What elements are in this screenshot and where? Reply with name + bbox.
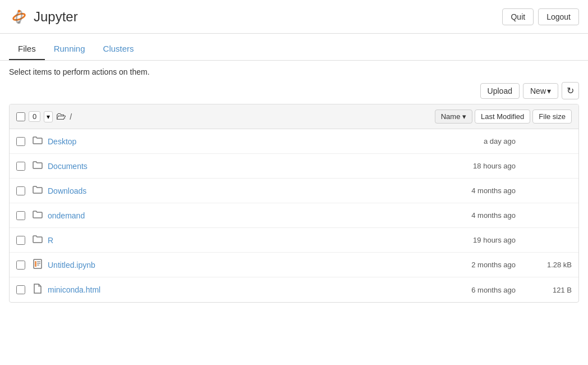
file-name-link[interactable]: Untitled.ipynb [48, 261, 415, 270]
file-modified: 4 months ago [415, 211, 527, 220]
refresh-button[interactable]: ↻ [562, 82, 579, 99]
row-checkbox[interactable] [16, 137, 25, 146]
row-checkbox[interactable] [16, 186, 25, 195]
quit-button[interactable]: Quit [502, 8, 534, 25]
file-name-link[interactable]: miniconda.html [48, 285, 415, 294]
file-name-link[interactable]: Desktop [48, 137, 415, 146]
upload-button[interactable]: Upload [480, 83, 520, 99]
row-checkbox[interactable] [16, 162, 25, 171]
folder-icon [32, 136, 43, 147]
file-modified: 4 months ago [415, 186, 527, 195]
count-dropdown-button[interactable]: ▾ [44, 111, 53, 122]
table-row: R19 hours ago [10, 228, 578, 253]
table-row: Downloads4 months ago [10, 179, 578, 203]
sort-name-button[interactable]: Name ▾ [435, 110, 472, 124]
list-header-left: 0 ▾ 🗁 / [16, 111, 435, 122]
file-modified: a day ago [415, 137, 527, 145]
app-title: Jupyter [34, 9, 78, 25]
new-label: New [530, 86, 546, 95]
header-buttons: Quit Logout [502, 8, 579, 25]
select-hint: Select items to perform actions on them. [9, 67, 579, 76]
file-rows-container: Desktopa day ago Documents18 hours ago D… [10, 129, 578, 302]
breadcrumb-folder-icon: 🗁 [56, 111, 66, 122]
tab-running[interactable]: Running [45, 38, 94, 60]
file-list: 0 ▾ 🗁 / Name ▾ Last Modified File size D… [9, 104, 579, 303]
svg-point-0 [12, 12, 25, 21]
tab-files[interactable]: Files [9, 38, 45, 60]
file-modified: 18 hours ago [415, 162, 527, 170]
new-dropdown-icon: ▾ [547, 86, 551, 95]
file-name-link[interactable]: Downloads [48, 186, 415, 195]
folder-icon [32, 235, 43, 246]
file-name-link[interactable]: ondemand [48, 211, 415, 220]
row-checkbox[interactable] [16, 261, 25, 270]
file-size: 1.28 kB [527, 261, 572, 269]
jupyter-logo-icon [9, 7, 29, 27]
file-modified: 2 months ago [415, 261, 527, 269]
select-all-checkbox[interactable] [16, 112, 25, 121]
row-checkbox[interactable] [16, 211, 25, 220]
file-name-link[interactable]: R [48, 236, 415, 245]
sort-modified-button[interactable]: Last Modified [475, 110, 530, 124]
file-name-link[interactable]: Documents [48, 162, 415, 171]
folder-icon [32, 185, 43, 197]
sort-size-button[interactable]: File size [532, 110, 572, 124]
file-modified: 6 months ago [415, 286, 527, 294]
logout-button[interactable]: Logout [538, 8, 579, 25]
tab-clusters[interactable]: Clusters [94, 38, 143, 60]
logo-area: Jupyter [9, 7, 78, 27]
table-row: miniconda.html6 months ago121 B [10, 277, 578, 302]
new-button[interactable]: New ▾ [523, 83, 558, 99]
file-icon [32, 284, 43, 296]
svg-point-3 [17, 21, 20, 24]
folder-icon [32, 210, 43, 221]
svg-point-2 [17, 10, 20, 12]
file-size: 121 B [527, 286, 572, 294]
table-row: ondemand4 months ago [10, 203, 578, 228]
svg-rect-5 [35, 261, 36, 267]
tabs-bar: Files Running Clusters [0, 38, 588, 61]
row-checkbox[interactable] [16, 236, 25, 245]
content-area: Select items to perform actions on them.… [0, 61, 588, 303]
table-row: Untitled.ipynb2 months ago1.28 kB [10, 253, 578, 277]
folder-icon [32, 161, 43, 172]
table-row: Documents18 hours ago [10, 154, 578, 179]
header: Jupyter Quit Logout [0, 0, 588, 34]
table-row: Desktopa day ago [10, 129, 578, 154]
breadcrumb-slash: / [70, 112, 72, 121]
list-header: 0 ▾ 🗁 / Name ▾ Last Modified File size [10, 104, 578, 129]
notebook-icon [32, 259, 43, 271]
list-header-right: Name ▾ Last Modified File size [435, 110, 572, 124]
file-modified: 19 hours ago [415, 236, 527, 244]
row-checkbox[interactable] [16, 285, 25, 294]
toolbar-row: Upload New ▾ ↻ [9, 82, 579, 99]
item-count: 0 [29, 111, 40, 122]
